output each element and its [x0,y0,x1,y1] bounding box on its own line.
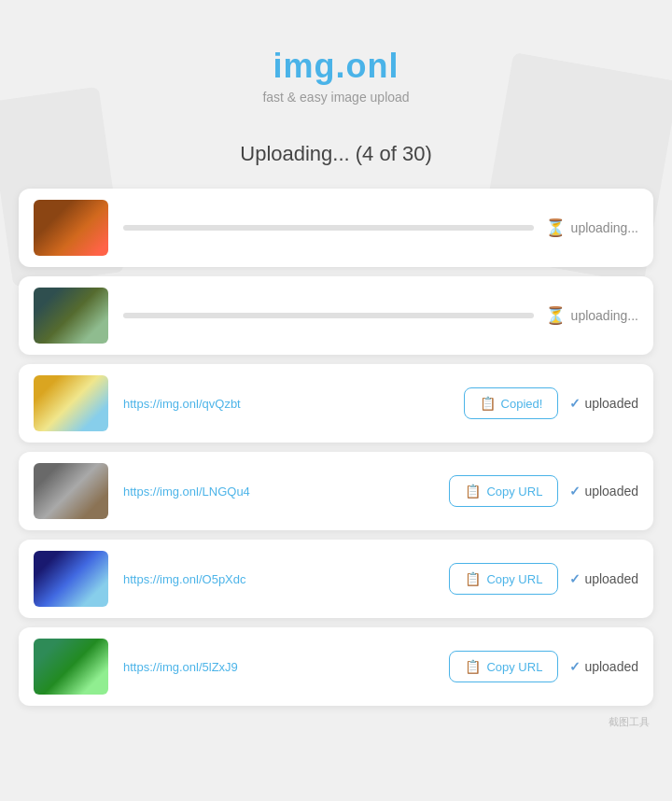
uploaded-status-4: ✓uploaded [569,484,638,499]
copy-label-5: Copy URL [486,572,542,586]
hourglass-icon-2: ⏳ [545,305,566,326]
watermark: 截图工具 [19,715,653,729]
item-content-2: ⏳uploading... [123,305,638,326]
site-title: img.onl [19,47,653,86]
url-link-5[interactable]: https://img.onl/O5pXdc [123,572,246,586]
thumbnail-5 [34,551,108,607]
uploaded-status-5: ✓uploaded [569,571,638,586]
uploaded-label-6: uploaded [584,659,638,674]
page-wrapper: img.onl fast & easy image upload Uploadi… [19,19,653,729]
uploading-status-1: ⏳uploading... [545,218,638,238]
copy-label-6: Copy URL [486,660,542,674]
url-link-3[interactable]: https://img.onl/qvQzbt [123,397,241,411]
copy-button-6[interactable]: 📋Copy URL [449,651,558,682]
copy-icon-5: 📋 [465,571,481,586]
copy-icon-4: 📋 [465,484,481,499]
item-content-5: https://img.onl/O5pXdc📋Copy URL✓uploaded [123,563,638,595]
item-url-3: https://img.onl/qvQzbt [123,395,453,412]
uploaded-status-3: ✓uploaded [569,396,638,411]
check-icon-5: ✓ [569,571,581,586]
progress-bar-2 [123,313,534,318]
uploaded-label-3: uploaded [584,396,638,411]
copy-button-4[interactable]: 📋Copy URL [449,475,558,507]
uploaded-status-6: ✓uploaded [569,659,638,674]
uploading-label-2: uploading... [571,308,638,323]
item-card-3: https://img.onl/qvQzbt📋Copied!✓uploaded [19,364,653,443]
header: img.onl fast & easy image upload [19,19,653,123]
thumbnail-3 [34,375,108,431]
thumbnail-1 [34,200,108,256]
item-content-6: https://img.onl/5lZxJ9📋Copy URL✓uploaded [123,651,638,682]
item-content-3: https://img.onl/qvQzbt📋Copied!✓uploaded [123,387,638,419]
copy-label-3: Copied! [501,397,543,411]
hourglass-icon-1: ⏳ [545,218,566,238]
url-link-4[interactable]: https://img.onl/LNGQu4 [123,485,250,499]
copy-button-5[interactable]: 📋Copy URL [449,563,558,595]
item-url-5: https://img.onl/O5pXdc [123,570,438,587]
item-url-6: https://img.onl/5lZxJ9 [123,658,438,675]
check-icon-4: ✓ [569,484,581,499]
thumbnail-6 [34,639,108,695]
item-card-5: https://img.onl/O5pXdc📋Copy URL✓uploaded [19,540,653,618]
url-link-6[interactable]: https://img.onl/5lZxJ9 [123,660,238,674]
thumbnail-2 [34,288,108,344]
progress-bar-1 [123,225,534,231]
copy-button-3[interactable]: 📋Copied! [464,387,559,419]
items-list: ⏳uploading...⏳uploading...https://img.on… [19,189,653,706]
uploading-label-1: uploading... [571,220,638,235]
uploading-status-2: ⏳uploading... [545,305,638,326]
item-content-1: ⏳uploading... [123,218,638,238]
item-card-6: https://img.onl/5lZxJ9📋Copy URL✓uploaded [19,627,653,706]
site-subtitle: fast & easy image upload [19,90,653,105]
thumbnail-4 [34,463,108,519]
item-card-1: ⏳uploading... [19,189,653,267]
item-card-2: ⏳uploading... [19,276,653,355]
copy-label-4: Copy URL [486,485,542,499]
check-icon-3: ✓ [569,396,581,411]
item-content-4: https://img.onl/LNGQu4📋Copy URL✓uploaded [123,475,638,507]
upload-status: Uploading... (4 of 30) [19,142,653,166]
copy-icon-3: 📋 [480,396,496,411]
uploaded-label-5: uploaded [584,571,638,586]
uploaded-label-4: uploaded [584,484,638,499]
item-card-4: https://img.onl/LNGQu4📋Copy URL✓uploaded [19,452,653,530]
item-url-4: https://img.onl/LNGQu4 [123,483,438,499]
copy-icon-6: 📋 [465,659,481,674]
check-icon-6: ✓ [569,659,581,674]
